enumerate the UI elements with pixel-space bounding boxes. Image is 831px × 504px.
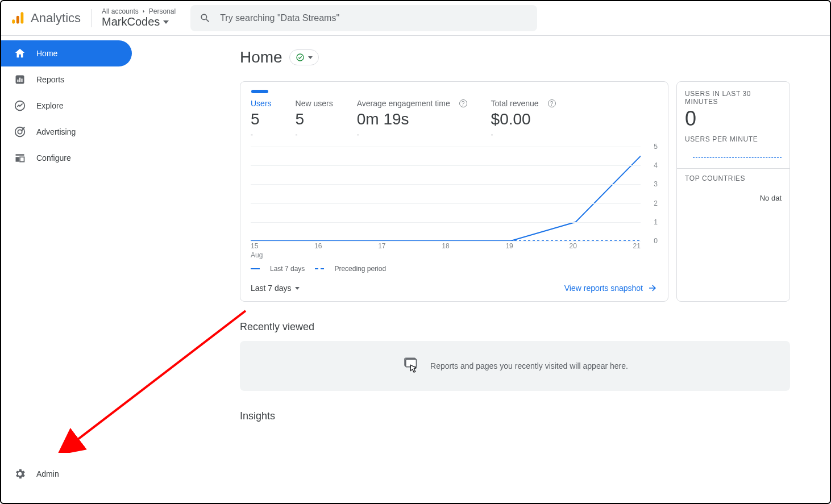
sidebar-item-label: Configure	[36, 153, 71, 163]
search-bar[interactable]	[190, 5, 537, 31]
svg-rect-6	[22, 78, 23, 82]
chevron-right-icon	[141, 9, 147, 14]
legend-swatch-dashed	[315, 268, 324, 269]
sidebar-item-label: Advertising	[36, 127, 76, 136]
metric-delta: -	[251, 131, 272, 139]
realtime-per-min-label: USERS PER MINUTE	[685, 135, 782, 143]
svg-rect-4	[17, 80, 18, 82]
link-label: View reports snapshot	[564, 284, 643, 293]
trend-icon	[14, 99, 26, 112]
bar-chart-icon	[14, 73, 26, 86]
grid-icon	[14, 152, 26, 164]
metric-label: New users	[296, 99, 333, 108]
date-range-picker[interactable]: Last 7 days	[251, 284, 300, 293]
realtime-users-value: 0	[685, 107, 782, 131]
metric-row: Users 5 - New users 5 - Average engageme…	[251, 99, 658, 139]
sidebar-item-configure[interactable]: Configure	[1, 145, 132, 171]
active-metric-indicator	[251, 90, 268, 93]
sidebar-item-label: Home	[36, 49, 57, 58]
realtime-card: USERS IN LAST 30 MINUTES 0 USERS PER MIN…	[676, 81, 790, 302]
recently-viewed-empty-text: Reports and pages you recently visited w…	[430, 361, 628, 370]
svg-rect-2	[20, 12, 23, 24]
legend-current: Last 7 days	[270, 265, 305, 273]
realtime-users-label: USERS IN LAST 30 MINUTES	[685, 90, 782, 106]
insights-title: Insights	[240, 410, 830, 422]
date-range-label: Last 7 days	[251, 284, 292, 293]
sidebar-item-reports[interactable]: Reports	[1, 66, 132, 93]
page-title-row: Home	[240, 48, 830, 66]
sidebar-item-label: Explore	[36, 101, 63, 110]
cursor-pages-icon	[402, 356, 421, 376]
svg-rect-5	[19, 78, 20, 82]
caret-down-icon	[295, 287, 300, 290]
search-icon	[200, 13, 211, 24]
svg-rect-10	[16, 154, 24, 156]
gear-icon	[14, 468, 26, 480]
metric-delta: -	[491, 131, 556, 139]
metric-engagement[interactable]: Average engagement time ? 0m 19s -	[357, 99, 467, 139]
status-badge[interactable]	[289, 49, 319, 65]
legend-swatch-solid	[251, 268, 260, 269]
header-divider	[91, 9, 92, 27]
overview-card: Users 5 - New users 5 - Average engageme…	[240, 81, 668, 302]
overview-chart: 01234515161718192021Aug	[251, 147, 658, 249]
metric-value: 5	[296, 110, 333, 128]
caret-down-icon	[163, 20, 169, 24]
breadcrumb-property-group: Personal	[149, 8, 176, 16]
search-input[interactable]	[219, 13, 528, 24]
svg-rect-1	[16, 16, 19, 24]
app-header: Analytics All accounts Personal MarkCode…	[1, 1, 830, 36]
svg-rect-0	[12, 19, 15, 24]
metric-label: Average engagement time	[357, 99, 450, 108]
recently-viewed-empty: Reports and pages you recently visited w…	[240, 341, 790, 391]
sidebar-item-admin[interactable]: Admin	[1, 461, 132, 487]
realtime-sparkline	[693, 147, 782, 158]
metric-value: 0m 19s	[357, 110, 467, 128]
svg-rect-12	[20, 157, 24, 161]
sidebar: Home Reports Explore	[1, 36, 132, 503]
target-icon	[14, 126, 26, 138]
recently-viewed-title: Recently viewed	[240, 321, 830, 333]
arrow-right-icon	[647, 283, 658, 293]
view-reports-snapshot-link[interactable]: View reports snapshot	[564, 283, 658, 293]
sidebar-item-explore[interactable]: Explore	[1, 93, 132, 119]
svg-point-13	[297, 54, 304, 61]
metric-revenue[interactable]: Total revenue ? $0.00 -	[491, 99, 556, 139]
chart-legend: Last 7 days Preceding period	[251, 265, 658, 273]
metric-delta: -	[296, 131, 333, 139]
help-icon[interactable]: ?	[548, 99, 556, 107]
property-switcher[interactable]: All accounts Personal MarkCodes	[102, 8, 176, 29]
metric-value: 5	[251, 110, 272, 128]
analytics-logo-icon	[10, 11, 25, 26]
realtime-no-data: No dat	[685, 194, 782, 202]
svg-rect-11	[16, 157, 19, 161]
caret-down-icon	[308, 56, 313, 59]
sidebar-item-advertising[interactable]: Advertising	[1, 119, 132, 145]
main-content: Home Users 5 -	[132, 36, 830, 503]
metric-value: $0.00	[491, 110, 556, 128]
help-icon[interactable]: ?	[459, 99, 467, 107]
sidebar-item-label: Reports	[36, 75, 64, 84]
metric-label: Users	[251, 99, 272, 108]
metric-users[interactable]: Users 5 -	[251, 99, 272, 139]
svg-point-9	[18, 130, 22, 134]
chart-lines	[251, 147, 641, 241]
product-logo[interactable]: Analytics	[10, 11, 81, 26]
page-title: Home	[240, 48, 282, 66]
card-divider	[677, 168, 790, 169]
metric-delta: -	[357, 131, 467, 139]
property-name: MarkCodes	[102, 15, 160, 28]
product-name: Analytics	[31, 11, 81, 26]
metric-label: Total revenue	[491, 99, 539, 108]
check-circle-icon	[296, 53, 305, 62]
sidebar-item-home[interactable]: Home	[1, 40, 132, 66]
breadcrumb-account: All accounts	[102, 8, 139, 16]
home-icon	[14, 47, 26, 60]
legend-previous: Preceding period	[334, 265, 386, 273]
metric-new-users[interactable]: New users 5 -	[296, 99, 333, 139]
sidebar-item-label: Admin	[36, 469, 59, 478]
realtime-countries-label: TOP COUNTRIES	[685, 174, 782, 182]
